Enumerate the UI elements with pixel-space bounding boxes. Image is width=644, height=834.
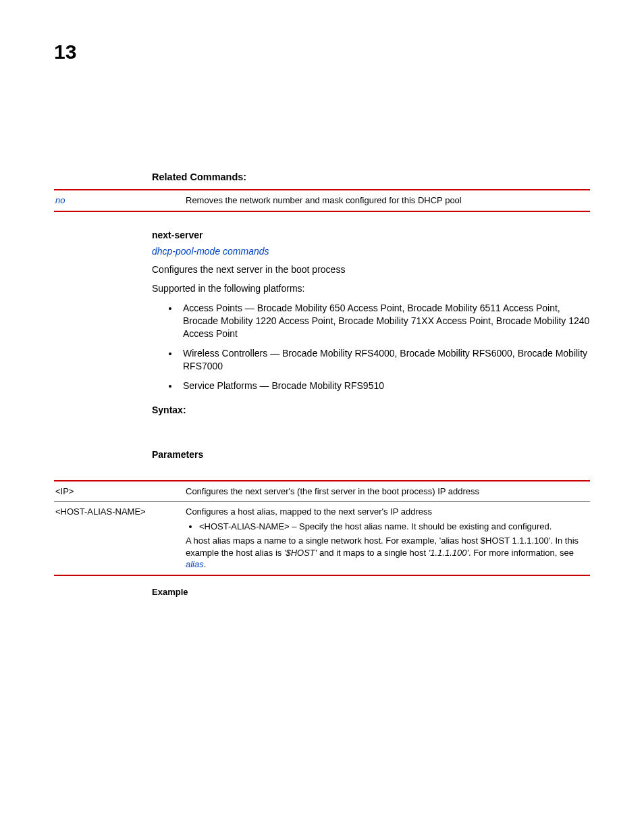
list-item: Wireless Controllers — Brocade Mobility … — [179, 347, 590, 373]
page-content: Related Commands: no Removes the network… — [152, 172, 590, 597]
italic-text: '1.1.1.100' — [429, 548, 468, 558]
breadcrumb-link[interactable]: dhcp-pool-mode commands — [152, 246, 590, 257]
param-line: and it maps to a single host — [317, 548, 428, 558]
chapter-number: 13 — [54, 41, 590, 63]
related-commands-table: no Removes the network number and mask c… — [54, 189, 590, 212]
list-item: <HOST-ALIAS-NAME> – Specify the host ali… — [199, 521, 586, 533]
desc-cell: Configures the next server's (the first … — [186, 481, 590, 502]
table-row: <HOST-ALIAS-NAME> Configures a host alia… — [54, 502, 590, 575]
desc-cell: Configures a host alias, mapped to the n… — [186, 502, 590, 575]
next-server-heading: next-server — [152, 230, 590, 240]
related-commands-heading: Related Commands: — [152, 172, 590, 182]
term-cell: <HOST-ALIAS-NAME> — [54, 502, 186, 575]
table-row: <IP> Configures the next server's (the f… — [54, 481, 590, 502]
syntax-heading: Syntax: — [152, 405, 590, 415]
no-link[interactable]: no — [55, 195, 65, 205]
inner-bullet-list: <HOST-ALIAS-NAME> – Specify the host ali… — [199, 521, 586, 533]
example-heading: Example — [152, 587, 590, 597]
intro-text: Configures the next server in the boot p… — [152, 263, 590, 276]
supported-label: Supported in the following platforms: — [152, 282, 590, 295]
parameters-heading: Parameters — [152, 449, 590, 460]
term-cell: <IP> — [54, 481, 186, 502]
param-line: Configures a host alias, mapped to the n… — [186, 506, 432, 517]
term-cell: no — [54, 190, 186, 211]
period: . — [204, 559, 207, 569]
desc-cell: Removes the network number and mask conf… — [186, 190, 590, 211]
list-item: Service Platforms — Brocade Mobility RFS… — [179, 380, 590, 392]
parameters-table: <IP> Configures the next server's (the f… — [54, 480, 590, 576]
list-item: Access Points — Brocade Mobility 650 Acc… — [179, 302, 590, 340]
platform-list: Access Points — Brocade Mobility 650 Acc… — [179, 302, 590, 392]
italic-text: '$HOST' — [284, 548, 317, 558]
param-line: . For more information, see — [468, 548, 574, 558]
table-row: no Removes the network number and mask c… — [54, 190, 590, 211]
alias-link[interactable]: alias — [186, 559, 204, 569]
